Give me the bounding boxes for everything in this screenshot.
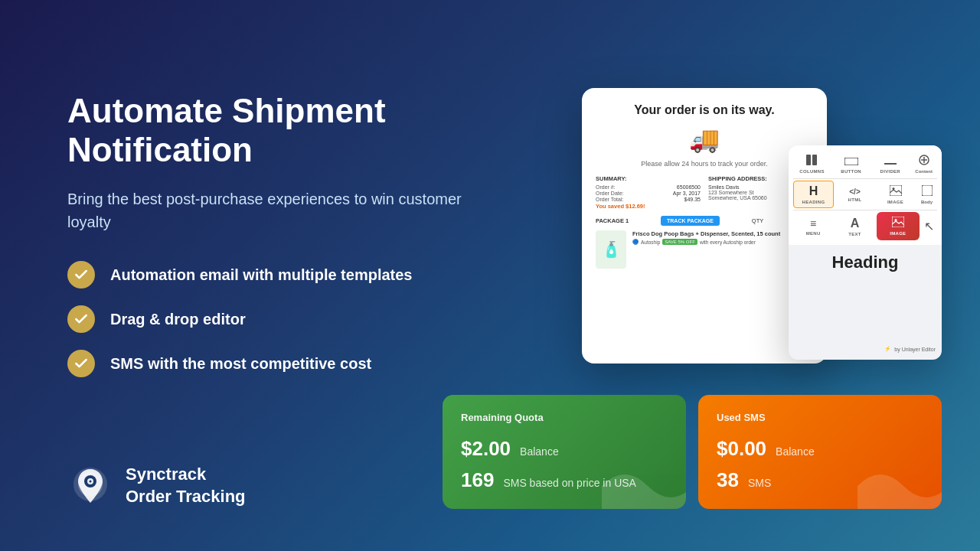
used-sms-wave-bg <box>858 455 942 509</box>
quota-wave-bg <box>602 455 686 509</box>
tool-image[interactable]: IMAGE <box>876 182 915 207</box>
toolbar-divider-2 <box>793 210 937 210</box>
used-sms-balance-label: Balance <box>776 445 815 458</box>
feature-text-1: Automation email with multiple templates <box>110 266 413 284</box>
check-icon-1 <box>67 261 95 289</box>
unlayer-badge: ⚡ by Unlayer Editor <box>884 346 936 352</box>
tool-menu[interactable]: ≡ MENU <box>793 214 833 239</box>
package-header: PACKAGE 1 TRACK PACKAGE QTY PRICE <box>596 216 813 226</box>
logo-section: Synctrack Order Tracking <box>67 463 246 509</box>
tool-columns[interactable]: COLUMNS <box>793 152 831 177</box>
truck-icon: 🚚 <box>596 125 813 154</box>
svg-rect-6 <box>812 155 817 165</box>
image-label-2: IMAGE <box>887 200 903 204</box>
cursor-icon: ↖ <box>924 219 934 233</box>
tool-divider[interactable]: DIVIDER <box>871 152 909 177</box>
check-icon-3 <box>67 350 95 377</box>
quota-balance-label: Balance <box>520 445 559 458</box>
content-icon <box>919 155 929 168</box>
logo-text: Synctrack Order Tracking <box>126 464 246 507</box>
autoship-text: Autoship <box>641 240 660 245</box>
order-number-row: Order #: 65006500 <box>596 184 701 190</box>
tool-html[interactable]: </> HTML <box>835 184 874 205</box>
quota-balance-value: $2.00 <box>461 437 511 461</box>
order-date-row: Order Date: Apr 3, 2017 <box>596 191 701 196</box>
heading-preview: Heading <box>798 253 933 272</box>
image-label-3: IMAGE <box>890 231 906 236</box>
product-name: Frisco Dog Poop Bags + Dispenser, Scente… <box>632 230 792 237</box>
feature-text-3: SMS with the most competitive cost <box>110 355 371 373</box>
feature-item-1: Automation email with multiple templates <box>67 261 496 289</box>
allow-text: Please allow 24 hours to track your orde… <box>596 160 813 168</box>
svg-rect-12 <box>890 185 902 196</box>
html-label: HTML <box>848 197 862 202</box>
quota-card-title: Remaining Quota <box>461 412 668 423</box>
toolbar-row-2: H HEADING </> HTML IMAGE Body <box>793 181 937 208</box>
quota-card: Remaining Quota $2.00 Balance 169 SMS ba… <box>443 395 686 509</box>
used-sms-title: Used SMS <box>717 412 923 423</box>
package-label: PACKAGE 1 <box>596 217 629 224</box>
used-sms-card: Used SMS $0.00 Balance 38 SMS <box>698 395 942 509</box>
every-text: with every Autoship order <box>700 240 756 245</box>
used-sms-count-label: SMS <box>748 477 771 489</box>
feature-item-3: SMS with the most competitive cost <box>67 350 496 377</box>
track-package-button[interactable]: TRACK PACKAGE <box>661 216 720 226</box>
tool-content[interactable]: Content <box>910 152 937 177</box>
autoship-badge: 🔵 Autoship SAVE 5% OFF with every Autosh… <box>632 239 792 245</box>
cursor-placeholder: ↖ <box>921 216 937 236</box>
summary-col-left: SUMMARY: Order #: 65006500 Order Date: A… <box>596 175 701 210</box>
body-label: Body <box>921 200 933 204</box>
svg-rect-7 <box>844 158 858 165</box>
feature-list: Automation email with multiple templates… <box>67 261 496 377</box>
text-icon: A <box>851 217 860 230</box>
button-icon <box>844 155 858 168</box>
feature-item-2: Drag & drop editor <box>67 305 496 333</box>
button-label: BUTTON <box>841 169 861 174</box>
content-label: Content <box>915 169 933 174</box>
logo-icon <box>67 463 113 509</box>
text-label: TEXT <box>848 232 861 236</box>
html-icon: </> <box>849 187 860 196</box>
save-badge: SAVE 5% OFF <box>662 239 697 245</box>
tool-text[interactable]: A TEXT <box>835 214 874 240</box>
image-highlighted-icon <box>892 217 904 230</box>
autoship-logo: 🔵 <box>632 239 639 245</box>
package-item: 🧴 Frisco Dog Poop Bags + Dispenser, Scen… <box>596 230 813 269</box>
divider-icon <box>884 155 897 168</box>
toolbar-divider-1 <box>793 178 937 179</box>
bottom-cards: Remaining Quota $2.00 Balance 169 SMS ba… <box>443 395 942 509</box>
quota-sms-value: 169 <box>461 468 494 492</box>
feature-text-2: Drag & drop editor <box>110 311 246 328</box>
unlayer-text: by Unlayer Editor <box>894 347 936 352</box>
qty-label: QTY <box>752 217 763 224</box>
heading-label: HEADING <box>802 200 825 204</box>
editor-toolbar: COLUMNS BUTTON DIVIDER Content <box>789 145 942 245</box>
toolbar-row-1: COLUMNS BUTTON DIVIDER Content <box>793 152 937 177</box>
menu-icon: ≡ <box>810 217 816 230</box>
used-sms-count-value: 38 <box>717 468 739 492</box>
svg-rect-14 <box>922 185 933 196</box>
email-card-title: Your order is on its way. <box>596 103 813 117</box>
unlayer-logo-icon: ⚡ <box>884 346 891 352</box>
left-panel: Automate Shipment Notification Bring the… <box>67 92 496 377</box>
subtitle: Bring the best post-purchase experiences… <box>67 187 496 233</box>
product-image: 🧴 <box>596 230 626 269</box>
tool-button[interactable]: BUTTON <box>832 152 870 177</box>
email-summary: SUMMARY: Order #: 65006500 Order Date: A… <box>596 175 813 210</box>
order-total-row: Order Total: $49.35 <box>596 197 701 202</box>
image-icon <box>890 185 902 198</box>
divider-label: DIVIDER <box>880 169 900 174</box>
body-icon <box>922 185 933 198</box>
tool-body[interactable]: Body <box>916 182 937 207</box>
tool-heading[interactable]: H HEADING <box>793 181 834 208</box>
columns-label: COLUMNS <box>799 169 824 174</box>
svg-rect-5 <box>806 155 811 165</box>
summary-label: SUMMARY: <box>596 175 701 182</box>
editor-body-area: Heading <box>789 245 942 280</box>
tool-image-highlighted[interactable]: IMAGE <box>877 212 920 240</box>
product-info: Frisco Dog Poop Bags + Dispenser, Scente… <box>632 230 792 245</box>
savings-text: You saved $12.69! <box>596 203 701 210</box>
toolbar-row-3: ≡ MENU A TEXT IMAGE ↖ <box>793 212 937 240</box>
check-icon-2 <box>67 305 95 333</box>
columns-icon <box>806 155 818 168</box>
